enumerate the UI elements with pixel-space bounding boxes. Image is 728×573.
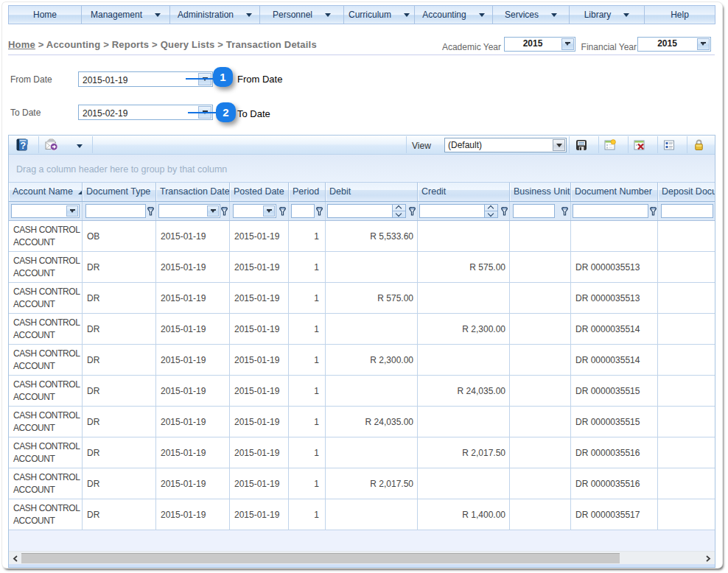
svg-text:?: ? <box>21 141 27 151</box>
